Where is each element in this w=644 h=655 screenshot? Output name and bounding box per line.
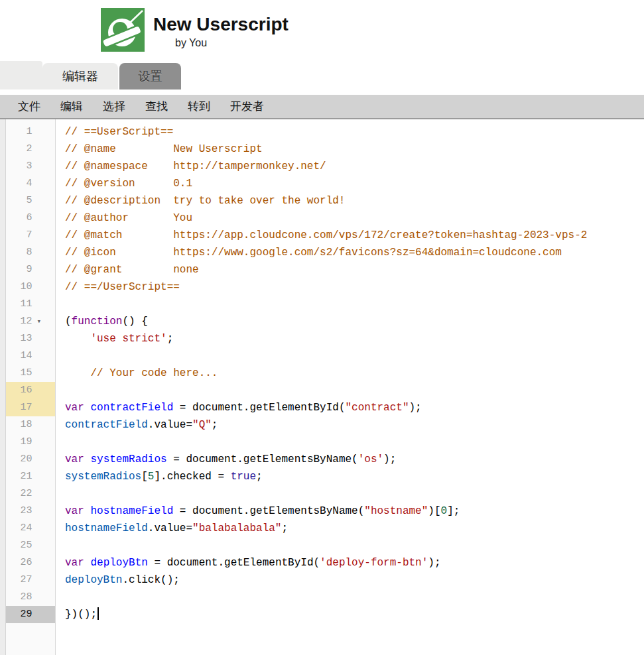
line-number[interactable]: 8 [6,244,32,261]
code-line[interactable]: var systemRadios = document.getElementsB… [65,451,644,468]
code-line[interactable]: })(); [65,606,644,623]
line-number[interactable]: 16 [6,382,32,399]
menu-item-edit[interactable]: 编辑 [60,99,83,114]
line-number[interactable]: 15 [6,365,32,382]
code-area[interactable]: // ==UserScript==// @name New Userscript… [56,119,644,655]
gutter-row[interactable]: 18 [6,416,55,434]
line-number[interactable]: 3 [6,158,32,175]
line-number[interactable]: 9 [6,261,32,278]
line-number[interactable]: 23 [6,503,32,520]
line-number[interactable]: 25 [6,537,32,554]
line-number[interactable]: 12 [6,313,32,330]
gutter-row[interactable]: 23 [6,503,55,520]
gutter-row[interactable]: 1 [6,123,55,141]
menu-item-select[interactable]: 选择 [103,99,125,114]
tab-settings[interactable]: 设置 [119,63,181,89]
gutter-row[interactable]: 15 [6,365,55,382]
code-line[interactable]: // ==/UserScript== [65,278,644,296]
line-number[interactable]: 29 [6,606,32,623]
gutter-row[interactable]: 7 [6,227,55,244]
code-line[interactable]: var contractField = document.getElementB… [65,399,644,416]
line-number[interactable]: 5 [6,192,32,209]
line-number[interactable]: 11 [6,296,32,313]
code-line[interactable]: (function() { [65,313,644,330]
line-number[interactable]: 20 [6,451,32,468]
code-line[interactable]: // @grant none [65,261,644,278]
code-line[interactable] [65,296,644,313]
gutter-row[interactable]: 25 [6,537,55,554]
code-token-com: // @match https://app.cloudcone.com/vps/… [65,229,587,241]
gutter-row[interactable]: 21 [6,468,55,485]
gutter-row[interactable]: 20 [6,451,55,468]
line-number[interactable]: 14 [6,347,32,365]
line-number[interactable]: 6 [6,209,32,227]
code-line[interactable] [65,485,644,503]
menu-item-file[interactable]: 文件 [18,99,40,114]
line-number[interactable]: 28 [6,589,32,606]
code-line[interactable] [65,382,644,399]
code-line[interactable]: hostnameField.value="balabalabala"; [65,520,644,537]
code-line[interactable]: // @description try to take over the wor… [65,192,644,209]
gutter-row[interactable]: 3 [6,158,55,175]
line-number[interactable]: 10 [6,278,32,296]
gutter-row[interactable]: 16 [6,382,55,399]
gutter-row[interactable]: 22 [6,485,55,503]
gutter-row[interactable]: 24 [6,520,55,537]
code-line[interactable]: // @version 0.1 [65,175,644,192]
gutter-row[interactable]: 13 [6,330,55,347]
code-line[interactable] [65,589,644,606]
line-number[interactable]: 22 [6,485,32,503]
code-line[interactable]: deployBtn.click(); [65,571,644,589]
line-number[interactable]: 2 [6,141,32,158]
line-number[interactable]: 19 [6,434,32,451]
code-line[interactable] [65,434,644,451]
code-line[interactable] [65,537,644,554]
line-number[interactable]: 4 [6,175,32,192]
gutter-row[interactable]: 14 [6,347,55,365]
line-number[interactable]: 27 [6,571,32,589]
gutter-row[interactable]: 5 [6,192,55,209]
menu-item-find[interactable]: 查找 [145,99,168,114]
line-number[interactable]: 18 [6,416,32,434]
gutter-row[interactable]: 28 [6,589,55,606]
code-line[interactable]: // ==UserScript== [65,123,644,141]
menu-item-developer[interactable]: 开发者 [230,99,264,114]
code-line[interactable]: // @icon https://www.google.com/s2/favic… [65,244,644,261]
code-line[interactable]: // @name New Userscript [65,141,644,158]
gutter-row[interactable]: 10 [6,278,55,296]
code-line[interactable]: var deployBtn = document.getElementById(… [65,554,644,571]
line-number[interactable]: 17 [6,399,32,416]
code-line[interactable]: // @author You [65,209,644,227]
gutter-row[interactable]: 9 [6,261,55,278]
code-line[interactable]: contractField.value="Q"; [65,416,644,434]
code-line[interactable]: // Your code here... [65,365,644,382]
fold-arrow-icon[interactable]: ▾ [32,313,55,330]
gutter-row[interactable]: 8 [6,244,55,261]
line-number[interactable]: 7 [6,227,32,244]
gutter-row[interactable]: 19 [6,434,55,451]
gutter-row[interactable]: 29 [6,606,55,623]
gutter-row[interactable]: 17 [6,399,55,416]
gutter-row[interactable]: 2 [6,141,55,158]
code-line[interactable]: // @namespace http://tampermonkey.net/ [65,158,644,175]
code-line[interactable]: systemRadios[5].checked = true; [65,468,644,485]
gutter-row[interactable]: 27 [6,571,55,589]
gutter-row[interactable]: 26 [6,554,55,571]
gutter-row[interactable]: 12▾ [6,313,55,330]
line-number[interactable]: 26 [6,554,32,571]
editor-gutter[interactable]: 123456789101112▾131415161718192021222324… [6,119,56,655]
menu-item-goto[interactable]: 转到 [188,99,210,114]
code-line[interactable]: 'use strict'; [65,330,644,347]
code-line[interactable]: // @match https://app.cloudcone.com/vps/… [65,227,644,244]
code-line[interactable]: var hostnameField = document.getElements… [65,503,644,520]
gutter-row[interactable]: 6 [6,209,55,227]
breakpoint-gutter[interactable] [0,119,6,655]
tab-editor[interactable]: 编辑器 [42,63,118,89]
line-number[interactable]: 24 [6,520,32,537]
code-line[interactable] [65,347,644,365]
line-number[interactable]: 1 [6,123,32,141]
gutter-row[interactable]: 11 [6,296,55,313]
line-number[interactable]: 13 [6,330,32,347]
gutter-row[interactable]: 4 [6,175,55,192]
line-number[interactable]: 21 [6,468,32,485]
